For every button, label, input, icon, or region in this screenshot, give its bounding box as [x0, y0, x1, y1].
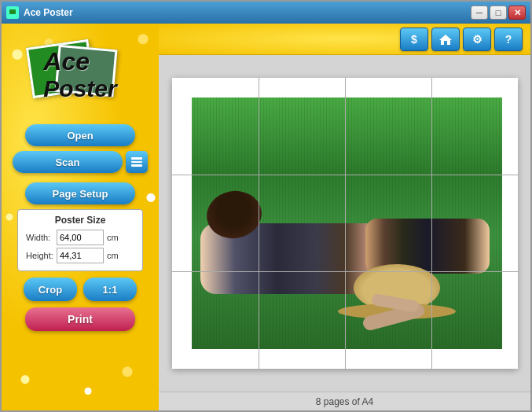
poster-size-title: Poster Size: [26, 215, 134, 226]
window-controls: ─ □ ✕: [471, 6, 526, 20]
logo-ace: Ace: [43, 48, 116, 75]
window-title: Ace Poster: [24, 7, 73, 18]
main-content: Ace Poster Open Scan Page Setup: [2, 24, 530, 410]
sidebar: Ace Poster Open Scan Page Setup: [2, 24, 159, 410]
svg-rect-1: [9, 9, 16, 14]
scan-button[interactable]: Scan: [13, 151, 123, 173]
logo-poster: Poster: [43, 75, 116, 101]
width-label: Width:: [26, 233, 53, 242]
svg-marker-5: [439, 35, 452, 45]
width-input[interactable]: [57, 230, 104, 245]
minimize-button[interactable]: ─: [471, 6, 488, 20]
page-setup-button[interactable]: Page Setup: [25, 182, 135, 204]
maximize-button[interactable]: □: [490, 6, 507, 20]
scan-row: Scan: [13, 151, 148, 173]
dollar-button[interactable]: $: [400, 28, 428, 51]
svg-rect-4: [131, 164, 142, 167]
scan-icon[interactable]: [126, 151, 148, 173]
print-button[interactable]: Print: [25, 307, 135, 331]
poster-photo: [192, 97, 502, 349]
crop-button[interactable]: Crop: [24, 278, 77, 301]
status-bar: 8 pages of A4: [159, 392, 530, 410]
status-text: 8 pages of A4: [316, 396, 373, 407]
app-icon: [6, 6, 19, 19]
width-unit: cm: [107, 233, 119, 242]
title-bar: Ace Poster ─ □ ✕: [2, 2, 530, 24]
top-toolbar: $ ⚙ ?: [159, 24, 530, 55]
poster-size-panel: Poster Size Width: cm Height: cm: [17, 209, 143, 271]
height-unit: cm: [107, 251, 119, 260]
close-button[interactable]: ✕: [508, 6, 526, 20]
home-button[interactable]: [431, 28, 460, 51]
svg-rect-2: [131, 157, 142, 160]
height-row: Height: cm: [26, 248, 134, 263]
svg-rect-3: [131, 161, 142, 163]
canvas-area: [159, 55, 530, 392]
crop-ratio-row: Crop 1:1: [24, 278, 137, 301]
title-bar-left: Ace Poster: [6, 6, 73, 19]
height-input[interactable]: [57, 248, 104, 263]
photo-content: [192, 97, 502, 349]
right-area: $ ⚙ ?: [159, 24, 530, 410]
ratio-button[interactable]: 1:1: [83, 278, 137, 301]
gear-button[interactable]: ⚙: [463, 28, 491, 51]
poster-preview: [172, 78, 518, 369]
logo-area: Ace Poster: [13, 31, 147, 118]
open-button[interactable]: Open: [25, 124, 135, 146]
photo-scene: [192, 97, 502, 349]
main-window: Ace Poster ─ □ ✕ Ace Poster Open: [0, 0, 532, 412]
height-label: Height:: [26, 251, 53, 260]
width-row: Width: cm: [26, 230, 134, 245]
logo-text: Ace Poster: [43, 48, 116, 101]
help-button[interactable]: ?: [494, 28, 523, 51]
